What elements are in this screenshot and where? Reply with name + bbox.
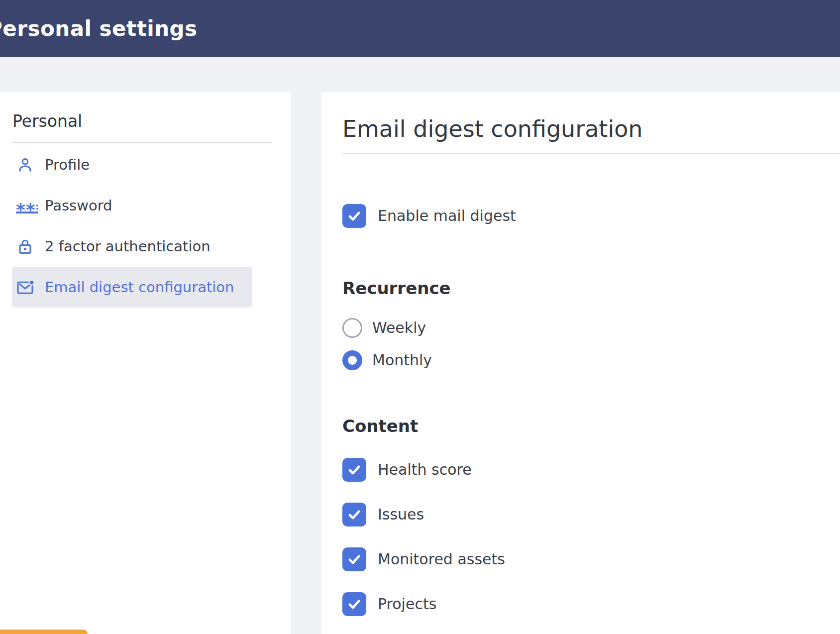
checkbox-row-projects[interactable]: Projects xyxy=(342,592,840,616)
sidebar-divider xyxy=(12,142,272,143)
sidebar-item-label: Profile xyxy=(45,156,90,173)
radio-row-weekly[interactable]: Weekly xyxy=(342,318,840,338)
check-icon xyxy=(346,461,363,478)
title-divider xyxy=(342,153,840,154)
enable-mail-digest-checkbox[interactable] xyxy=(342,204,366,228)
checkbox-row-issues[interactable]: Issues xyxy=(342,503,840,527)
monitored-assets-checkbox[interactable] xyxy=(342,547,366,571)
profile-icon xyxy=(16,156,38,174)
app: Personal settings Personal Profile xyxy=(0,0,840,634)
radio-monthly-label: Monthly xyxy=(372,351,432,369)
checkbox-row-health-score[interactable]: Health score xyxy=(342,458,840,482)
mail-unread-icon xyxy=(16,278,38,297)
orange-banner-peek[interactable] xyxy=(0,630,88,634)
projects-label: Projects xyxy=(378,595,436,613)
header-bar: Personal settings xyxy=(0,0,840,57)
sidebar-nav: Profile *** Password xyxy=(12,144,272,308)
sidebar-item-label: Password xyxy=(45,197,112,214)
content-heading: Content xyxy=(342,418,840,434)
recurrence-radio-group: Weekly Monthly xyxy=(342,318,840,370)
check-icon xyxy=(346,506,363,523)
radio-weekly-label: Weekly xyxy=(372,319,426,336)
main-panel: Email digest configuration Enable mail d… xyxy=(321,92,840,634)
password-icon: *** xyxy=(16,198,38,213)
sidebar-item-label: Email digest configuration xyxy=(45,279,234,296)
sidebar-item-password[interactable]: *** Password xyxy=(12,185,252,226)
check-icon xyxy=(346,551,363,568)
health-score-label: Health score xyxy=(378,461,472,478)
sidebar-item-2fa[interactable]: 2 factor authentication xyxy=(12,226,252,267)
check-icon xyxy=(346,208,363,224)
enable-mail-digest-row: Enable mail digest xyxy=(342,204,840,228)
sidebar-item-email-digest[interactable]: Email digest configuration xyxy=(12,267,252,308)
radio-weekly[interactable] xyxy=(342,318,362,338)
enable-mail-digest-label: Enable mail digest xyxy=(378,207,516,224)
header-title: Personal settings xyxy=(0,16,198,41)
issues-checkbox[interactable] xyxy=(342,503,366,527)
page-background: Personal Profile *** Pas xyxy=(0,57,840,634)
recurrence-heading: Recurrence xyxy=(342,280,840,297)
content-checkbox-list: Health score Issues xyxy=(342,458,840,616)
sidebar-item-label: 2 factor authentication xyxy=(45,238,210,255)
monitored-assets-label: Monitored assets xyxy=(378,550,505,568)
check-icon xyxy=(346,596,363,613)
checkbox-row-monitored-assets[interactable]: Monitored assets xyxy=(342,547,840,571)
radio-row-monthly[interactable]: Monthly xyxy=(342,350,840,370)
sidebar: Personal Profile *** Pas xyxy=(0,92,291,634)
sidebar-section-title: Personal xyxy=(12,113,272,129)
sidebar-item-profile[interactable]: Profile xyxy=(12,144,252,185)
issues-label: Issues xyxy=(378,506,424,523)
projects-checkbox[interactable] xyxy=(342,592,366,616)
radio-monthly[interactable] xyxy=(342,350,362,370)
health-score-checkbox[interactable] xyxy=(342,458,366,482)
lock-icon xyxy=(16,237,38,256)
main-title: Email digest configuration xyxy=(342,116,840,142)
